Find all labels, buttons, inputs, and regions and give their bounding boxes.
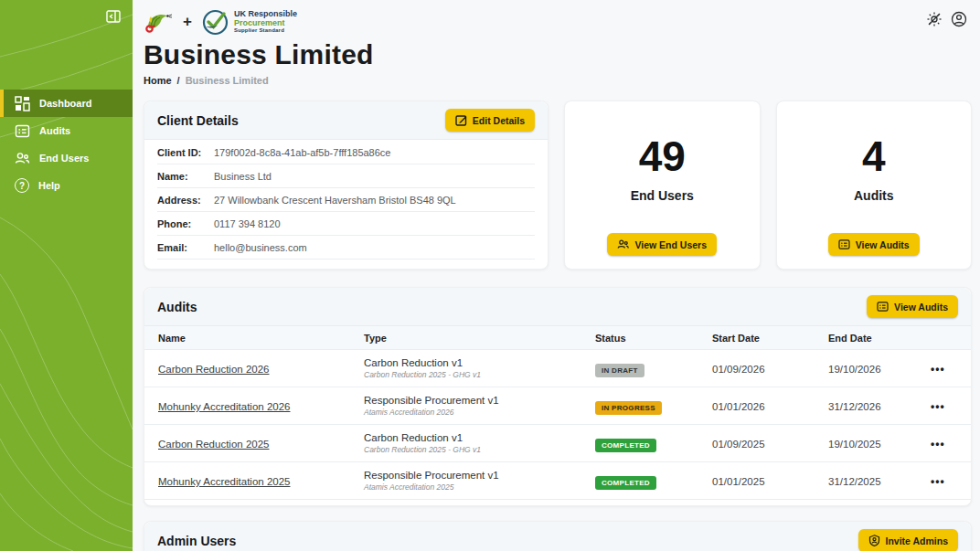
audits-card-header: Audits View Audits — [144, 288, 971, 326]
edit-icon — [455, 114, 467, 126]
audit-name-link[interactable]: Mohunky Accreditation 2026 — [158, 401, 290, 412]
theme-toggle-icon[interactable] — [926, 11, 943, 27]
start-date: 01/01/2026 — [712, 401, 765, 412]
audits-count: 4 — [862, 134, 886, 178]
row-actions-menu-icon[interactable]: ••• — [931, 400, 945, 413]
end-users-label: End Users — [631, 188, 694, 203]
audit-type-subtitle: Atamis Accreditation 2026 — [364, 408, 595, 417]
top-row: Client Details Edit Details — [144, 101, 972, 270]
account-icon[interactable] — [951, 11, 967, 27]
sidebar-item-audits[interactable]: Audits — [0, 117, 133, 144]
column-status: Status — [595, 326, 712, 350]
dashboard-icon — [15, 96, 30, 111]
row-actions-menu-icon[interactable]: ••• — [931, 475, 945, 488]
topbar: + UK Responsible Procurement Supplier St… — [133, 0, 980, 36]
edit-details-label: Edit Details — [473, 115, 525, 126]
page-title: Business Limited — [144, 40, 980, 69]
audit-type: Carbon Reduction v1 — [364, 432, 595, 443]
admin-badge-icon — [868, 535, 880, 546]
start-date: 01/09/2025 — [712, 439, 765, 450]
main-area: + UK Responsible Procurement Supplier St… — [133, 0, 980, 551]
view-audits-stat-label: View Audits — [856, 239, 910, 250]
status-badge: IN DRAFT — [595, 364, 644, 377]
view-end-users-label: View End Users — [634, 239, 707, 250]
field-client-id: Client ID: 179f002d-8c8a-41ab-af5b-7fff1… — [157, 141, 535, 164]
audits-icon — [838, 238, 850, 250]
view-audits-button[interactable]: View Audits — [867, 295, 958, 318]
invite-admins-label: Invite Admins — [886, 535, 948, 546]
sidebar-item-help[interactable]: ? Help — [0, 172, 133, 199]
table-row: Carbon Reduction 2026 Carbon Reduction v… — [144, 350, 971, 387]
sidebar-item-dashboard[interactable]: Dashboard — [0, 90, 133, 117]
column-type: Type — [364, 326, 595, 350]
end-date: 31/12/2025 — [828, 476, 881, 487]
column-name: Name — [144, 326, 364, 350]
status-badge: COMPLETED — [595, 476, 656, 490]
field-value: 179f002d-8c8a-41ab-af5b-7fff185a86ce — [214, 147, 390, 158]
start-date: 01/01/2025 — [712, 476, 765, 487]
audit-type: Responsible Procurement v1 — [364, 395, 595, 406]
audit-name-link[interactable]: Mohunky Accreditation 2025 — [158, 476, 290, 487]
field-phone: Phone: 0117 394 8120 — [157, 212, 535, 236]
topbar-actions — [926, 11, 967, 27]
field-value: 27 Willowbank Crescent Haversham Bristol… — [214, 195, 456, 206]
breadcrumb-home-link[interactable]: Home — [144, 75, 172, 86]
sidebar-item-label: Dashboard — [39, 98, 91, 109]
field-name: Name: Business Ltd — [157, 164, 535, 188]
column-start-date: Start Date — [712, 326, 828, 350]
users-icon — [617, 238, 629, 250]
client-details-title: Client Details — [157, 113, 239, 128]
edit-details-button[interactable]: Edit Details — [445, 109, 535, 132]
audits-card-title: Audits — [157, 300, 197, 314]
audit-type: Carbon Reduction v1 — [364, 357, 595, 368]
view-audits-stat-button[interactable]: View Audits — [828, 233, 920, 256]
sidebar-collapse-icon[interactable] — [105, 8, 122, 25]
breadcrumb: Home / Business Limited — [144, 75, 980, 86]
end-users-stat-card: 49 End Users View End Users — [564, 101, 761, 270]
row-actions-menu-icon[interactable]: ••• — [931, 363, 945, 376]
mohunky-bird-logo — [144, 8, 173, 36]
ukrp-logo-mark — [202, 9, 229, 36]
client-details-header: Client Details Edit Details — [144, 101, 548, 140]
field-email: Email: hello@business.com — [157, 236, 535, 260]
audit-type-subtitle: Carbon Reduction 2025 - GHG v1 — [364, 445, 595, 454]
logo-plus-sign: + — [183, 13, 192, 31]
field-value: Business Ltd — [214, 171, 272, 182]
admin-users-card: Admin Users Invite Admins — [144, 521, 972, 551]
client-fields: Client ID: 179f002d-8c8a-41ab-af5b-7fff1… — [144, 140, 548, 260]
end-users-icon — [15, 151, 30, 166]
ukrp-logo-text: UK Responsible Procurement Supplier Stan… — [234, 10, 297, 33]
ukrp-logo: UK Responsible Procurement Supplier Stan… — [202, 9, 297, 36]
audits-card: Audits View Audits — [144, 287, 972, 506]
column-end-date: End Date — [828, 326, 931, 350]
field-value: 0117 394 8120 — [214, 218, 281, 229]
field-label: Name: — [157, 171, 214, 182]
end-date: 19/10/2026 — [828, 364, 881, 375]
view-audits-label: View Audits — [894, 302, 948, 313]
admin-users-header: Admin Users Invite Admins — [144, 522, 971, 551]
audits-table: Name Type Status Start Date End Date Car… — [144, 326, 971, 500]
help-icon: ? — [15, 178, 29, 193]
sidebar-item-label: Help — [38, 180, 60, 191]
view-end-users-button[interactable]: View End Users — [607, 233, 717, 256]
audit-name-link[interactable]: Carbon Reduction 2025 — [158, 439, 269, 450]
ukrp-line2: Procurement — [234, 19, 297, 27]
audit-type-subtitle: Atamis Accreditation 2025 — [364, 482, 595, 492]
sidebar-nav: Dashboard Audits — [0, 90, 133, 199]
row-actions-menu-icon[interactable]: ••• — [931, 438, 945, 450]
breadcrumb-current: Business Limited — [186, 75, 269, 86]
admin-users-title: Admin Users — [157, 534, 236, 548]
audit-name-link[interactable]: Carbon Reduction 2026 — [158, 364, 269, 375]
app-window: Dashboard Audits — [0, 0, 980, 551]
sidebar-item-end-users[interactable]: End Users — [0, 144, 133, 172]
end-users-count: 49 — [639, 134, 686, 178]
field-label: Email: — [157, 242, 214, 253]
logo-group: + UK Responsible Procurement Supplier St… — [144, 8, 297, 36]
sidebar-item-label: Audits — [39, 125, 70, 136]
column-actions — [931, 326, 971, 350]
field-label: Address: — [157, 195, 214, 206]
invite-admins-button[interactable]: Invite Admins — [858, 529, 958, 551]
audits-stat-card: 4 Audits View Audits — [776, 101, 973, 270]
sidebar-item-label: End Users — [39, 153, 89, 164]
audits-icon — [15, 123, 30, 139]
